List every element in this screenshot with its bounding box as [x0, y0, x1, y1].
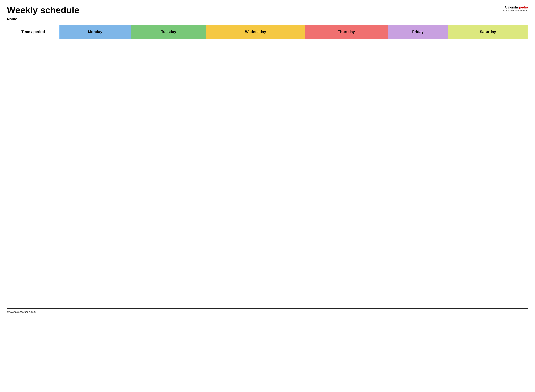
table-cell[interactable]: [7, 39, 59, 61]
table-cell[interactable]: [448, 61, 528, 84]
table-cell[interactable]: [305, 39, 388, 61]
table-cell[interactable]: [305, 174, 388, 196]
table-cell[interactable]: [388, 219, 448, 241]
table-row: [7, 151, 528, 174]
table-cell[interactable]: [131, 219, 206, 241]
table-cell[interactable]: [131, 174, 206, 196]
table-cell[interactable]: [7, 241, 59, 264]
table-cell[interactable]: [388, 129, 448, 151]
table-cell[interactable]: [7, 84, 59, 106]
table-cell[interactable]: [59, 196, 131, 219]
table-cell[interactable]: [388, 174, 448, 196]
table-cell[interactable]: [305, 264, 388, 286]
table-cell[interactable]: [59, 241, 131, 264]
table-cell[interactable]: [7, 196, 59, 219]
table-cell[interactable]: [448, 129, 528, 151]
table-cell[interactable]: [388, 151, 448, 174]
table-cell[interactable]: [59, 174, 131, 196]
table-cell[interactable]: [7, 151, 59, 174]
table-cell[interactable]: [131, 241, 206, 264]
table-cell[interactable]: [448, 264, 528, 286]
table-cell[interactable]: [206, 196, 305, 219]
table-cell[interactable]: [448, 219, 528, 241]
col-header-thursday: Thursday: [305, 25, 388, 39]
table-cell[interactable]: [206, 174, 305, 196]
logo-text: Calendarpedia: [502, 5, 528, 9]
table-cell[interactable]: [305, 151, 388, 174]
table-cell[interactable]: [305, 61, 388, 84]
table-cell[interactable]: [206, 219, 305, 241]
table-row: [7, 84, 528, 106]
table-cell[interactable]: [448, 196, 528, 219]
table-cell[interactable]: [206, 129, 305, 151]
logo-tagline: Your source for calendars: [502, 9, 528, 12]
table-cell[interactable]: [59, 129, 131, 151]
col-header-time: Time / period: [7, 25, 59, 39]
table-cell[interactable]: [448, 106, 528, 129]
table-row: [7, 241, 528, 264]
table-cell[interactable]: [448, 84, 528, 106]
table-cell[interactable]: [305, 219, 388, 241]
table-cell[interactable]: [59, 286, 131, 309]
table-cell[interactable]: [59, 264, 131, 286]
table-cell[interactable]: [305, 286, 388, 309]
table-cell[interactable]: [206, 241, 305, 264]
table-row: [7, 39, 528, 61]
table-row: [7, 174, 528, 196]
table-cell[interactable]: [7, 264, 59, 286]
table-cell[interactable]: [206, 106, 305, 129]
table-cell[interactable]: [206, 151, 305, 174]
table-cell[interactable]: [206, 84, 305, 106]
table-cell[interactable]: [388, 61, 448, 84]
table-cell[interactable]: [59, 61, 131, 84]
table-cell[interactable]: [388, 286, 448, 309]
table-cell[interactable]: [131, 196, 206, 219]
table-cell[interactable]: [388, 264, 448, 286]
table-cell[interactable]: [448, 174, 528, 196]
table-cell[interactable]: [448, 39, 528, 61]
table-cell[interactable]: [305, 106, 388, 129]
table-cell[interactable]: [59, 151, 131, 174]
table-cell[interactable]: [388, 106, 448, 129]
table-cell[interactable]: [448, 286, 528, 309]
table-cell[interactable]: [131, 84, 206, 106]
table-cell[interactable]: [448, 151, 528, 174]
table-cell[interactable]: [131, 286, 206, 309]
table-cell[interactable]: [131, 129, 206, 151]
table-cell[interactable]: [7, 219, 59, 241]
table-row: [7, 286, 528, 309]
table-cell[interactable]: [7, 61, 59, 84]
table-cell[interactable]: [59, 219, 131, 241]
table-cell[interactable]: [7, 286, 59, 309]
table-cell[interactable]: [131, 151, 206, 174]
table-cell[interactable]: [388, 241, 448, 264]
table-cell[interactable]: [131, 106, 206, 129]
table-cell[interactable]: [448, 241, 528, 264]
table-cell[interactable]: [305, 196, 388, 219]
table-cell[interactable]: [7, 129, 59, 151]
table-row: [7, 106, 528, 129]
table-cell[interactable]: [388, 196, 448, 219]
table-cell[interactable]: [206, 264, 305, 286]
footer-url: © www.calendarpedia.com: [7, 311, 36, 313]
table-cell[interactable]: [388, 39, 448, 61]
table-cell[interactable]: [305, 129, 388, 151]
table-cell[interactable]: [131, 61, 206, 84]
table-cell[interactable]: [305, 84, 388, 106]
table-cell[interactable]: [305, 241, 388, 264]
table-cell[interactable]: [131, 264, 206, 286]
table-cell[interactable]: [7, 106, 59, 129]
table-cell[interactable]: [388, 84, 448, 106]
table-cell[interactable]: [59, 84, 131, 106]
table-cell[interactable]: [131, 39, 206, 61]
footer: © www.calendarpedia.com: [7, 311, 528, 313]
table-cell[interactable]: [206, 61, 305, 84]
col-header-tuesday: Tuesday: [131, 25, 206, 39]
table-row: [7, 264, 528, 286]
title-section: Weekly schedule Name:: [7, 5, 79, 21]
table-cell[interactable]: [206, 39, 305, 61]
table-cell[interactable]: [206, 286, 305, 309]
table-cell[interactable]: [59, 106, 131, 129]
table-cell[interactable]: [59, 39, 131, 61]
table-cell[interactable]: [7, 174, 59, 196]
